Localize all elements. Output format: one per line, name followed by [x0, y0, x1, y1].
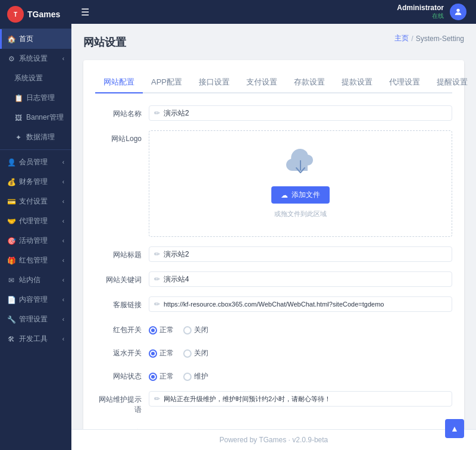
keywords-input-wrapper: ✏	[149, 271, 452, 287]
main-content: ☰ Administrator 在线 网站设置 主页 /	[71, 0, 476, 450]
keywords-edit-icon: ✏	[154, 275, 160, 283]
tab-withdrawal-settings[interactable]: 提款设置	[333, 72, 381, 93]
maintenance-msg-edit-icon: ✏	[154, 395, 160, 403]
backwater-normal-label: 正常	[159, 348, 174, 358]
form-row-site-title: 网站标题 ✏	[95, 246, 452, 262]
sidebar-item-members[interactable]: 👤 会员管理 ‹	[0, 152, 71, 172]
sidebar-item-agent-label: 代理管理	[19, 216, 48, 226]
site-title-input-wrapper: ✏	[149, 246, 452, 262]
upload-area: ☁ 添加文件 或拖文件到此区域	[149, 130, 452, 237]
sidebar-item-agent[interactable]: 🤝 代理管理 ‹	[0, 211, 71, 231]
sidebar-subitem-dataclear-label: 数据清理	[26, 132, 55, 142]
tab-agent-settings[interactable]: 代理设置	[381, 72, 428, 93]
sidebar-item-devtools[interactable]: 🛠 开发工具 ‹	[0, 329, 71, 349]
hongbao-radio-group: 正常 关闭	[149, 321, 452, 335]
form-row-site-logo: 网站Logo ☁ 添加文件	[95, 130, 452, 237]
scroll-top-button[interactable]: ▲	[445, 419, 464, 438]
site-status-radio-group: 正常 维护	[149, 368, 452, 382]
sidebar-item-system[interactable]: ⚙ 系统设置 ‹	[0, 49, 71, 68]
members-arrow-icon: ‹	[62, 159, 64, 165]
sidebar-item-devtools-label: 开发工具	[19, 334, 48, 344]
customer-url-input[interactable]	[164, 301, 447, 308]
maintenance-msg-input-wrapper: ✏	[149, 391, 452, 407]
home-float-radio-group: 正常 关闭	[149, 424, 452, 429]
mgmt-arrow-icon: ‹	[62, 316, 64, 323]
tab-deposit-settings[interactable]: 存款设置	[286, 72, 333, 93]
site-status-maintain-circle	[183, 373, 192, 381]
sidebar-item-finance[interactable]: 💰 财务管理 ‹	[0, 172, 71, 192]
arrow-icon: ‹	[62, 55, 64, 62]
log-icon: 📋	[14, 94, 23, 102]
sidebar-item-home-label: 首页	[19, 34, 33, 44]
menu-toggle[interactable]: ☰	[81, 7, 89, 18]
sidebar-subitem-sysconfig[interactable]: 系统设置	[0, 68, 71, 88]
sidebar-item-mgmt[interactable]: 🔧 管理设置 ‹	[0, 310, 71, 329]
customer-url-control: ✏	[149, 296, 452, 312]
hongbao-normal-radio[interactable]: 正常	[149, 325, 174, 335]
form-row-site-status: 网站状态 正常 维护	[95, 368, 452, 382]
upload-button[interactable]: ☁ 添加文件	[271, 186, 330, 204]
svg-point-0	[456, 9, 459, 12]
sidebar-item-content[interactable]: 📄 内容管理 ‹	[0, 290, 71, 310]
form-row-keywords: 网站关键词 ✏	[95, 271, 452, 287]
hongbao-off-radio[interactable]: 关闭	[183, 325, 208, 335]
backwater-label: 返水开关	[95, 345, 149, 358]
site-title-label: 网站标题	[95, 246, 149, 260]
finance-icon: 💰	[7, 178, 15, 186]
settings-card: 网站配置 APP配置 接口设置 支付设置 存款设置 提款设置 代理设置 提醒设置…	[83, 60, 464, 429]
site-name-input[interactable]	[164, 109, 447, 117]
settings-icon: ⚙	[7, 55, 15, 63]
sidebar-subitem-banner-label: Banner管理	[26, 112, 64, 123]
maintenance-msg-control: ✏	[149, 391, 452, 407]
breadcrumb-home[interactable]: 主页	[394, 33, 409, 43]
site-status-maintain-radio[interactable]: 维护	[183, 371, 208, 382]
sidebar-item-activity[interactable]: 🎯 活动管理 ‹	[0, 231, 71, 251]
tab-api-settings[interactable]: 接口设置	[190, 72, 238, 93]
sidebar-item-mgmt-label: 管理设置	[19, 314, 48, 324]
banner-icon: 🖼	[14, 114, 23, 122]
tab-site-config[interactable]: 网站配置	[95, 72, 143, 93]
topbar-avatar[interactable]	[450, 4, 466, 20]
sidebar-item-activity-label: 活动管理	[19, 236, 48, 246]
sidebar-item-inbox[interactable]: ✉ 站内信 ‹	[0, 270, 71, 290]
hongbao-normal-label: 正常	[159, 325, 174, 335]
sidebar-item-content-label: 内容管理	[19, 295, 48, 305]
customer-url-input-wrapper: ✏	[149, 296, 452, 312]
sidebar-subitem-logs[interactable]: 📋 日志管理	[0, 88, 71, 108]
backwater-off-label: 关闭	[194, 348, 208, 358]
sidebar-subitem-dataclear[interactable]: ✦ 数据清理	[0, 127, 71, 147]
keywords-input[interactable]	[164, 275, 447, 283]
maintenance-msg-label: 网站维护提示语	[95, 391, 149, 415]
site-status-normal-radio[interactable]: 正常	[149, 371, 174, 382]
tab-app-config[interactable]: APP配置	[143, 72, 190, 93]
site-status-maintain-label: 维护	[194, 371, 208, 382]
site-name-control: ✏	[149, 105, 452, 121]
agent-arrow-icon: ‹	[62, 218, 64, 224]
site-logo-control: ☁ 添加文件 或拖文件到此区域	[149, 130, 452, 237]
inbox-icon: ✉	[7, 276, 15, 285]
members-icon: 👤	[7, 158, 15, 167]
site-logo-label: 网站Logo	[95, 130, 149, 144]
site-name-edit-icon: ✏	[154, 109, 160, 117]
hongbao-off-label: 关闭	[194, 325, 208, 335]
hongbao-normal-circle	[149, 326, 157, 335]
maintenance-msg-input[interactable]	[164, 395, 447, 402]
page-title: 网站设置	[83, 35, 126, 49]
sidebar-item-home[interactable]: 🏠 首页	[0, 29, 71, 49]
site-title-input[interactable]	[164, 250, 447, 258]
devtools-icon: 🛠	[7, 335, 15, 343]
backwater-off-radio[interactable]: 关闭	[183, 348, 208, 358]
backwater-normal-radio[interactable]: 正常	[149, 348, 174, 358]
sidebar-item-payment[interactable]: 💳 支付设置 ‹	[0, 192, 71, 211]
sidebar-item-payment-label: 支付设置	[19, 196, 48, 207]
sidebar-subitem-banner[interactable]: 🖼 Banner管理	[0, 108, 71, 127]
tab-reminder-settings[interactable]: 提醒设置	[428, 72, 476, 93]
sidebar-item-redpacket[interactable]: 🎁 红包管理 ‹	[0, 251, 71, 270]
keywords-control: ✏	[149, 271, 452, 287]
finance-arrow-icon: ‹	[62, 179, 64, 185]
breadcrumb: 主页 / System-Setting	[394, 33, 464, 43]
tab-payment-settings[interactable]: 支付设置	[238, 72, 286, 93]
home-float-control: 正常 关闭	[149, 424, 452, 429]
breadcrumb-sep: /	[411, 35, 413, 43]
avatar-icon	[453, 7, 463, 17]
